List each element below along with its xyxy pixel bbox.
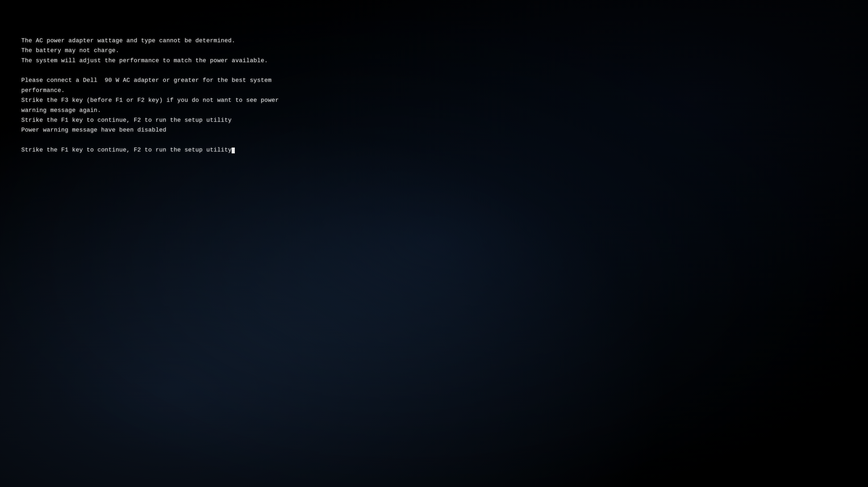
terminal-line: warning message again. [21, 105, 847, 116]
terminal-line: Strike the F1 key to continue, F2 to run… [21, 116, 847, 125]
terminal-line: The battery may not charge. [21, 46, 847, 56]
terminal-line: Strike the F1 key to continue, F2 to run… [21, 145, 847, 155]
terminal-line: Please connect a Dell 90 W AC adapter or… [21, 75, 847, 85]
terminal-line: performance. [21, 86, 847, 95]
terminal-line: The AC power adapter wattage and type ca… [21, 36, 847, 46]
terminal-line: Power warning message have been disabled [21, 125, 847, 135]
cursor-blink [231, 148, 235, 153]
blank-line [21, 135, 847, 145]
terminal-screen: The AC power adapter wattage and type ca… [0, 0, 868, 171]
blank-line [21, 66, 847, 75]
terminal-output: The AC power adapter wattage and type ca… [21, 16, 847, 155]
terminal-line: The system will adjust the performance t… [21, 56, 847, 66]
terminal-line: Strike the F3 key (before F1 or F2 key) … [21, 95, 847, 105]
